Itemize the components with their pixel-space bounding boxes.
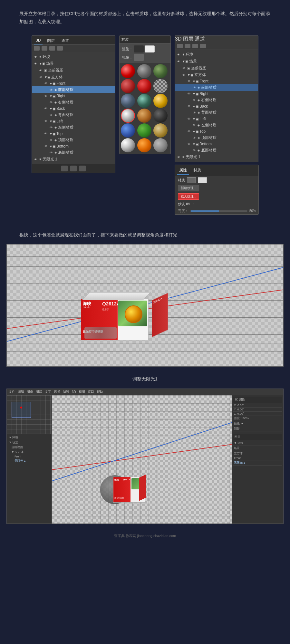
ss-menu-text[interactable]: 文字 bbox=[45, 389, 51, 394]
toolbar-eye-icon[interactable] bbox=[57, 46, 63, 51]
r-eye-front[interactable] bbox=[187, 80, 191, 83]
tab-channels-left[interactable]: 通道 bbox=[59, 37, 71, 44]
ss-tree-item-6[interactable]: 无限光 1 bbox=[8, 458, 50, 463]
layer-right[interactable]: ▼▣ Right bbox=[32, 93, 115, 99]
eye-top[interactable] bbox=[44, 132, 48, 135]
r-eye-bottom-mat[interactable] bbox=[192, 149, 196, 152]
layer-top[interactable]: ▼▣ Top bbox=[32, 131, 115, 137]
ss-right-row-7[interactable]: ▼ 环境 bbox=[233, 441, 282, 446]
prop-tab-attr[interactable]: 属性 bbox=[177, 167, 189, 175]
mat-ball-orange[interactable] bbox=[137, 138, 151, 152]
ss-tree-item-3[interactable]: 当前视图 bbox=[8, 445, 50, 450]
eye-front[interactable] bbox=[44, 82, 48, 85]
toolbar-eye-icon-r[interactable] bbox=[200, 44, 206, 48]
r-eye-back-mat[interactable] bbox=[192, 111, 196, 114]
mat-ball-blue[interactable] bbox=[121, 123, 135, 138]
ss-right-row-3[interactable]: Z: 0.00° bbox=[233, 412, 282, 416]
mat-render-swatch2[interactable] bbox=[145, 45, 155, 53]
ss-menu-image[interactable]: 图像 bbox=[27, 389, 33, 394]
mat-mirror-swatch[interactable] bbox=[134, 54, 144, 61]
ss-menu-edit[interactable]: 编辑 bbox=[18, 389, 24, 394]
ss-menu-layer[interactable]: 图层 bbox=[36, 389, 42, 394]
ss-menu-select[interactable]: 选择 bbox=[54, 389, 60, 394]
eye-bottom-mat[interactable] bbox=[49, 151, 53, 154]
r-layer-left-mat[interactable]: ◈ 左侧材质 bbox=[175, 122, 258, 129]
eye-right[interactable] bbox=[44, 94, 48, 98]
eye-front-mat[interactable] bbox=[49, 88, 53, 91]
mat-ball-blue-metal[interactable] bbox=[121, 94, 135, 108]
r-layer-bottom-mat[interactable]: ◈ 底部材质 bbox=[175, 147, 258, 154]
ss-tree-item-2[interactable]: ▼ 场景 bbox=[8, 440, 50, 445]
layer-left[interactable]: ▼▣ Left bbox=[32, 118, 115, 124]
prop-mat-swatch2[interactable] bbox=[198, 177, 207, 183]
layer-front[interactable]: ▼▣ Front bbox=[32, 81, 115, 86]
ss-menu-help[interactable]: 帮助 bbox=[97, 389, 103, 394]
r-layer-right-mat[interactable]: ◈ 右侧材质 bbox=[175, 97, 258, 103]
toolbar-new-icon[interactable] bbox=[42, 46, 47, 51]
prop-mat-swatch[interactable] bbox=[187, 177, 196, 183]
r-layer-front-mat[interactable]: ◈ 前部材质 bbox=[175, 84, 258, 91]
r-layer-right[interactable]: ▼▣ Right bbox=[175, 91, 258, 97]
eye-left-mat[interactable] bbox=[49, 126, 53, 129]
layer-scene[interactable]: ▼▣ 场景 bbox=[32, 60, 115, 67]
mat-ball-red-rough[interactable] bbox=[121, 79, 135, 93]
r-layer-light[interactable]: ✶ 无限光 1 bbox=[175, 154, 258, 160]
ss-tree-item-4[interactable]: ▼ 立方体 bbox=[8, 450, 50, 455]
ss-right-row-6[interactable]: 阴影 bbox=[233, 426, 282, 431]
bottom-btn-1[interactable] bbox=[61, 166, 68, 171]
eye-env[interactable] bbox=[33, 55, 38, 59]
toolbar-list-icon-r[interactable] bbox=[177, 44, 183, 48]
eye-light[interactable] bbox=[33, 158, 38, 161]
mat-ball-red2[interactable] bbox=[137, 79, 151, 93]
tab-layers-right[interactable]: 图层 bbox=[183, 36, 193, 42]
r-layer-cur-view[interactable]: ▣ 当前视图 bbox=[175, 65, 258, 72]
r-eye-back[interactable] bbox=[187, 105, 191, 108]
r-layer-cube[interactable]: ▼▣ 立方体 bbox=[175, 72, 258, 78]
mat-ball-dark-metal[interactable] bbox=[153, 109, 168, 123]
r-eye-right[interactable] bbox=[187, 92, 191, 95]
eye-right-mat[interactable] bbox=[49, 101, 53, 104]
r-eye-bottom[interactable] bbox=[187, 142, 191, 146]
ss-right-row-11[interactable]: 无限光 1 bbox=[233, 460, 282, 466]
eye-scene[interactable] bbox=[33, 62, 38, 65]
tab-3d-left[interactable]: 3D bbox=[34, 37, 43, 44]
r-layer-back[interactable]: ▼▣ Back bbox=[175, 103, 258, 109]
tab-channels-right[interactable]: 通道 bbox=[195, 36, 205, 42]
eye-cube[interactable] bbox=[38, 76, 43, 79]
ss-right-row-2[interactable]: Y: 0.00° bbox=[233, 408, 282, 412]
ss-right-row-8[interactable]: 场景 bbox=[233, 446, 282, 451]
eye-bottom[interactable] bbox=[44, 145, 48, 148]
mat-ball-gray[interactable] bbox=[137, 64, 151, 78]
r-eye-env[interactable] bbox=[176, 53, 181, 56]
layer-left-mat[interactable]: ◈ 左侧材质 bbox=[32, 124, 115, 131]
mat-ball-teal[interactable] bbox=[137, 94, 151, 108]
mat-ball-checkered[interactable] bbox=[153, 79, 168, 93]
mat-ball-green[interactable] bbox=[137, 123, 151, 138]
layer-back[interactable]: ▼▣ Back bbox=[32, 106, 115, 111]
ss-menu-file[interactable]: 文件 bbox=[9, 389, 15, 394]
bottom-btn-3[interactable] bbox=[79, 166, 86, 171]
mat-render-swatch[interactable] bbox=[134, 45, 144, 53]
mat-ball-bronze[interactable] bbox=[137, 109, 151, 123]
mat-ball-chrome[interactable] bbox=[121, 138, 135, 152]
eye-back[interactable] bbox=[44, 107, 48, 110]
r-layer-top[interactable]: ▼▣ Top bbox=[175, 129, 258, 134]
layer-back-mat[interactable]: ◈ 背面材质 bbox=[32, 111, 115, 118]
mat-ball-gray2[interactable] bbox=[153, 138, 168, 152]
r-layer-env[interactable]: ✶ 环境 bbox=[175, 51, 258, 58]
ss-right-row-9[interactable]: 立方体 bbox=[233, 451, 282, 456]
prop-tab-mat[interactable]: 材质 bbox=[191, 167, 203, 175]
r-layer-back-mat[interactable]: ◈ 背面材质 bbox=[175, 109, 258, 116]
ss-right-row-4[interactable]: 强度: 100% bbox=[233, 416, 282, 421]
eye-back-mat[interactable] bbox=[49, 113, 53, 117]
r-layer-front[interactable]: ▼▣ Front bbox=[175, 78, 258, 84]
ss-tree-item-1[interactable]: ▼ 环境 bbox=[8, 435, 50, 440]
r-eye-front-mat[interactable] bbox=[192, 86, 196, 89]
ss-tree-item-5[interactable]: Front bbox=[8, 455, 50, 458]
layer-cur-view[interactable]: ▣ 当前视图 bbox=[32, 67, 115, 74]
layer-top-mat[interactable]: ◈ 顶部材质 bbox=[32, 137, 115, 143]
r-eye-cur-view[interactable] bbox=[181, 67, 186, 70]
r-eye-cube[interactable] bbox=[181, 73, 186, 77]
layer-cube[interactable]: ▼▣ 立方体 bbox=[32, 74, 115, 81]
r-eye-top-mat[interactable] bbox=[192, 136, 196, 139]
